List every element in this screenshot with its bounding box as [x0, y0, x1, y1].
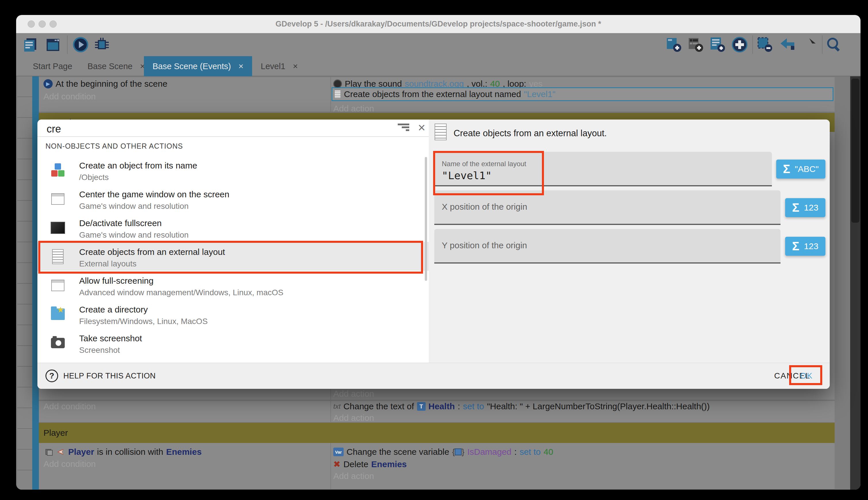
add-condition-link[interactable]: Add condition: [44, 401, 96, 411]
add-new-icon[interactable]: [731, 36, 748, 53]
variable-icon: Var: [333, 447, 344, 456]
search-input[interactable]: [46, 121, 364, 137]
ok-button[interactable]: OK: [800, 368, 813, 384]
divider: [37, 136, 429, 137]
sigma-icon: Σ: [783, 163, 790, 175]
tab-label: Base Scene: [87, 61, 132, 71]
game-window-icon: [50, 278, 65, 293]
window-title: GDevelop 5 - /Users/dkarakay/Documents/G…: [16, 15, 860, 33]
project-manager-icon[interactable]: [22, 36, 39, 53]
tab-base-scene[interactable]: Base Scene ×: [79, 56, 154, 76]
list-item-create-objects-external-layout[interactable]: Create objects from an external layout E…: [37, 242, 429, 271]
collision-icon: [44, 447, 53, 456]
action-cell[interactable]: Var Change the scene variable {} IsDamag…: [331, 443, 835, 490]
text-action-icon: txt: [333, 402, 340, 410]
camera-icon: [50, 336, 65, 351]
tab-start-page[interactable]: Start Page: [24, 56, 81, 76]
filter-icon[interactable]: [396, 122, 409, 135]
event-action-change-text[interactable]: txt Change the text of T Health: set to …: [333, 401, 710, 411]
external-layout-icon: [334, 90, 341, 99]
condition-cell[interactable]: Player is in collision with Enemies Add …: [39, 443, 330, 490]
x-position-field[interactable]: X position of the origin: [434, 190, 781, 225]
event-gutter: [17, 76, 33, 490]
event-action-change-variable[interactable]: Var Change the scene variable {} IsDamag…: [333, 447, 553, 457]
game-window-icon: [50, 192, 65, 206]
add-action-link[interactable]: Add action: [333, 104, 374, 113]
begin-of-scene-icon: ▶: [44, 79, 53, 88]
add-action-link[interactable]: Add action: [333, 389, 374, 399]
folder-star-icon: ★: [50, 307, 65, 322]
search-icon[interactable]: [825, 36, 843, 53]
preview-play-icon[interactable]: [72, 36, 89, 53]
tab-label: Base Scene (Events): [153, 61, 231, 71]
sigma-icon: Σ: [792, 240, 799, 252]
tab-label: Start Page: [33, 61, 72, 71]
delete-icon: ✖: [333, 459, 340, 469]
action-cell[interactable]: txt Change the text of T Health: set to …: [331, 401, 835, 423]
scrollbar-thumb[interactable]: [851, 79, 859, 223]
y-position-field[interactable]: Y position of the origin: [434, 229, 781, 263]
external-layout-icon: [435, 124, 447, 140]
dialog-footer: [37, 363, 830, 389]
toolbar: [16, 33, 860, 56]
toolbar-separator: [822, 35, 822, 54]
external-layout-icon: [50, 249, 65, 264]
list-item-create-object-from-name[interactable]: Create an object from its name /Objects: [37, 156, 429, 184]
redo-icon[interactable]: [801, 36, 818, 53]
close-icon[interactable]: ×: [415, 120, 428, 135]
tab-level1[interactable]: Level1 ×: [252, 56, 306, 76]
list-item-allow-fullscreening[interactable]: Allow full-screening Advanced window man…: [37, 271, 429, 299]
add-comment-icon[interactable]: [709, 36, 726, 53]
add-event-icon[interactable]: [665, 36, 683, 53]
help-for-this-action[interactable]: ? HELP FOR THIS ACTION: [46, 366, 156, 386]
toolbar-separator: [67, 35, 68, 54]
delete-event-icon[interactable]: [756, 36, 774, 53]
tab-close-icon[interactable]: ×: [238, 61, 244, 71]
action-cell[interactable]: Play the sound soundtrack.ogg, vol.: 40,…: [331, 77, 835, 112]
debug-icon[interactable]: [93, 36, 110, 53]
add-subevent-icon[interactable]: [687, 36, 705, 53]
choose-action-dialog: × NON-OBJECTS AND OTHER ACTIONS Create a…: [37, 120, 830, 389]
undo-icon[interactable]: [778, 36, 796, 53]
name-of-external-layout-field[interactable]: Name of the external layout "Level1": [434, 152, 772, 186]
expression-builder-abc-button[interactable]: Σ "ABC": [776, 160, 825, 179]
add-action-link[interactable]: Add action: [333, 413, 374, 423]
panel-title: Create objects from an external layout.: [454, 128, 607, 138]
screenshot-stage: GDevelop 5 - /Users/dkarakay/Documents/G…: [0, 0, 868, 500]
add-condition-link[interactable]: Add condition: [44, 92, 96, 101]
titlebar: GDevelop 5 - /Users/dkarakay/Documents/G…: [16, 15, 860, 33]
group-header-player[interactable]: Player: [39, 423, 835, 443]
list-item-deactivate-fullscreen[interactable]: De/activate fullscreen Game's window and…: [37, 213, 429, 242]
help-icon: ?: [46, 370, 58, 382]
tab-base-scene-events[interactable]: Base Scene (Events) ×: [144, 56, 252, 76]
condition-cell[interactable]: Add condition: [39, 401, 330, 423]
list-item-center-game-window[interactable]: Center the game window on the screen Gam…: [37, 184, 429, 213]
player-ship-icon: [56, 447, 65, 456]
event-condition-collision[interactable]: Player is in collision with Enemies: [44, 447, 202, 457]
scene-editor-icon[interactable]: [44, 36, 62, 53]
sigma-icon: Σ: [792, 202, 799, 214]
sound-icon: [333, 79, 342, 88]
expression-builder-123-button[interactable]: Σ 123: [785, 237, 825, 256]
expression-builder-123-button[interactable]: Σ 123: [785, 198, 825, 217]
text-object-icon: T: [417, 402, 426, 411]
list-item-take-screenshot[interactable]: Take screenshot Screenshot: [37, 328, 429, 357]
action-parameters-panel: Create objects from an external layout. …: [429, 120, 830, 363]
tab-close-icon[interactable]: ×: [293, 61, 298, 71]
list-scrollbar-thumb[interactable]: [425, 157, 427, 281]
section-header: NON-OBJECTS AND OTHER ACTIONS: [46, 142, 183, 150]
event-condition[interactable]: ▶ At the beginning of the scene: [44, 79, 167, 89]
condition-cell[interactable]: ▶ At the beginning of the scene Add cond…: [39, 77, 330, 112]
add-condition-link[interactable]: Add condition: [44, 459, 96, 469]
tab-bar: Start Page Base Scene × Base Scene (Even…: [16, 56, 860, 76]
add-action-link[interactable]: Add action: [333, 471, 374, 481]
vertical-scrollbar[interactable]: [850, 76, 860, 490]
event-action-create-external-layout-selected[interactable]: Create objects from the external layout …: [331, 87, 833, 101]
list-item-create-directory[interactable]: ★ Create a directory Filesystem/Windows,…: [37, 299, 429, 328]
objects-cubes-icon: [50, 163, 65, 178]
event-action-delete[interactable]: ✖ Delete Enemies: [333, 459, 407, 469]
fullscreen-icon: [50, 220, 65, 235]
tab-label: Level1: [261, 61, 285, 71]
toolbar-separator: [752, 35, 753, 54]
scene-variable-icon: {}: [452, 447, 465, 456]
